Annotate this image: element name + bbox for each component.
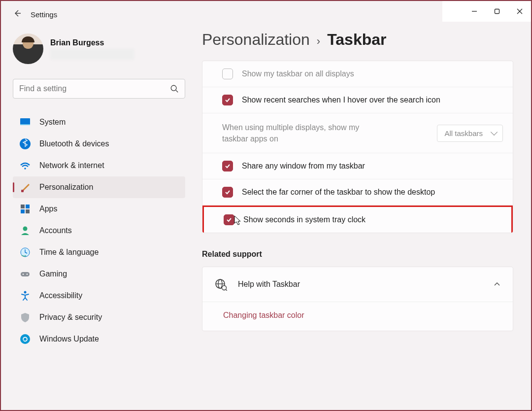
svg-rect-15 (26, 209, 30, 213)
checkbox-checked[interactable] (222, 95, 233, 105)
related-support-title: Related support (202, 250, 513, 259)
svg-line-27 (226, 290, 228, 291)
checkbox-checked[interactable] (222, 187, 233, 198)
setting-label: When using multiple displays, show my ta… (222, 122, 380, 144)
svg-rect-12 (21, 205, 25, 208)
wifi-icon (20, 160, 31, 171)
setting-far-corner-desktop[interactable]: Select the far corner of the taskbar to … (202, 179, 513, 206)
setting-label: Show recent searches when I hover over t… (242, 96, 440, 104)
sidebar-item-network[interactable]: Network & internet (13, 155, 185, 176)
taskbar-apps-select[interactable]: All taskbars (437, 125, 503, 142)
nav-label: Privacy & security (39, 313, 102, 322)
nav-label: Network & internet (39, 161, 104, 170)
svg-point-20 (27, 274, 28, 275)
svg-point-5 (171, 85, 176, 91)
help-with-taskbar[interactable]: Help with Taskbar (202, 267, 513, 302)
svg-point-10 (24, 168, 26, 170)
svg-point-21 (24, 291, 27, 294)
nav-label: Time & language (39, 248, 99, 257)
nav-label: System (39, 118, 66, 127)
setting-label: Show my taskbar on all displays (242, 69, 354, 78)
svg-rect-1 (495, 9, 499, 14)
setting-share-window[interactable]: Share any window from my taskbar (202, 153, 513, 179)
profile-name: Brian Burgess (50, 38, 185, 47)
cursor-icon (233, 215, 242, 226)
maximize-button[interactable] (486, 1, 508, 22)
sidebar-item-accounts[interactable]: Accounts (13, 220, 185, 241)
nav-label: Apps (39, 205, 57, 213)
setting-label: Show seconds in system tray clock (243, 215, 366, 224)
taskbar-settings-card: Show my taskbar on all displays Show rec… (202, 61, 513, 233)
chevron-up-icon (493, 280, 501, 288)
svg-rect-11 (21, 190, 24, 192)
avatar (13, 34, 43, 64)
help-link-taskbar-color[interactable]: Changing taskbar color (202, 302, 513, 331)
shield-icon (20, 312, 31, 323)
nav-label: Accounts (39, 226, 72, 235)
svg-rect-13 (26, 205, 30, 208)
checkbox-checked[interactable] (224, 214, 234, 225)
breadcrumb-current: Taskbar (327, 31, 386, 49)
gamepad-icon (20, 269, 31, 279)
system-icon (20, 117, 31, 128)
profile-email-blurred (50, 49, 134, 60)
profile-card[interactable]: Brian Burgess (13, 34, 185, 64)
account-icon (20, 225, 31, 236)
nav-label: Accessibility (39, 291, 82, 300)
minimize-button[interactable] (463, 1, 486, 22)
brush-icon (20, 182, 31, 193)
svg-rect-18 (21, 272, 30, 276)
app-title: Settings (31, 10, 57, 19)
setting-multi-display-apps: When using multiple displays, show my ta… (202, 113, 513, 153)
sidebar-item-system[interactable]: System (13, 111, 185, 133)
sidebar-item-personalization[interactable]: Personalization (13, 176, 185, 198)
breadcrumb: Personalization › Taskbar (202, 31, 513, 49)
accessibility-icon (20, 290, 31, 301)
nav-label: Windows Update (39, 335, 99, 343)
back-button[interactable] (13, 9, 22, 20)
sidebar-item-update[interactable]: Windows Update (13, 328, 185, 350)
bluetooth-icon (20, 138, 31, 149)
nav-label: Gaming (39, 270, 67, 278)
setting-show-all-displays: Show my taskbar on all displays (202, 61, 513, 87)
svg-line-6 (176, 90, 178, 92)
svg-rect-14 (21, 209, 25, 213)
svg-point-26 (222, 286, 227, 290)
svg-rect-8 (20, 124, 30, 125)
globe-help-icon (214, 278, 227, 291)
setting-label: Share any window from my taskbar (242, 162, 365, 171)
checkbox-unchecked (222, 68, 233, 79)
apps-icon (20, 204, 31, 214)
search-input[interactable] (19, 84, 170, 93)
sidebar-item-gaming[interactable]: Gaming (13, 263, 185, 285)
sidebar-item-apps[interactable]: Apps (13, 198, 185, 220)
svg-rect-7 (20, 118, 30, 125)
svg-point-19 (23, 274, 24, 275)
svg-point-22 (20, 334, 30, 344)
sidebar-item-time[interactable]: Time & language (13, 241, 185, 263)
sidebar-item-accessibility[interactable]: Accessibility (13, 285, 185, 307)
checkbox-checked[interactable] (222, 161, 233, 171)
support-card: Help with Taskbar Changing taskbar color (202, 267, 513, 331)
breadcrumb-parent[interactable]: Personalization (202, 31, 310, 49)
sidebar-item-privacy[interactable]: Privacy & security (13, 307, 185, 328)
setting-label: Select the far corner of the taskbar to … (242, 188, 435, 197)
setting-show-seconds[interactable]: Show seconds in system tray clock (202, 206, 513, 233)
close-button[interactable] (508, 1, 531, 22)
search-box[interactable] (13, 79, 185, 99)
setting-recent-searches[interactable]: Show recent searches when I hover over t… (202, 87, 513, 113)
search-icon (170, 84, 179, 93)
nav-label: Bluetooth & devices (39, 139, 109, 148)
sidebar-item-bluetooth[interactable]: Bluetooth & devices (13, 133, 185, 155)
nav-label: Personalization (39, 183, 93, 192)
clock-globe-icon (20, 247, 31, 258)
chevron-right-icon: › (317, 35, 320, 48)
help-label: Help with Taskbar (238, 280, 482, 289)
svg-point-16 (23, 227, 28, 231)
update-icon (20, 334, 31, 344)
